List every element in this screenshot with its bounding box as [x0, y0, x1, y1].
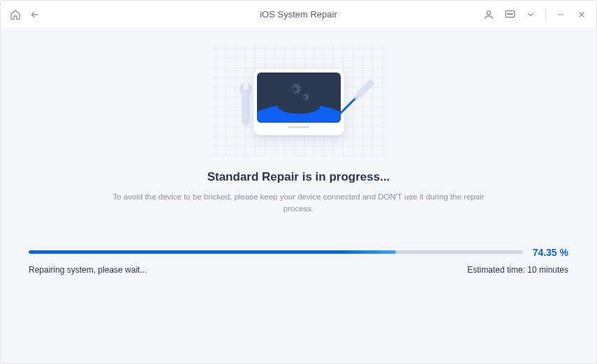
- user-icon[interactable]: [482, 8, 495, 21]
- progress-fill: [29, 250, 396, 254]
- svg-point-4: [511, 13, 512, 14]
- progress-percent: 74.35 %: [533, 247, 568, 258]
- chevron-down-icon[interactable]: [524, 8, 537, 21]
- progress-bar: [29, 250, 523, 254]
- progress-subtext: To avoid the device to be bricked, pleas…: [103, 191, 494, 215]
- main-content: Standard Repair is in progress... To avo…: [1, 29, 596, 363]
- minimize-icon[interactable]: [554, 8, 567, 21]
- device-frame: [253, 69, 344, 135]
- svg-point-3: [509, 13, 510, 14]
- feedback-icon[interactable]: [503, 8, 516, 21]
- gear-icon: [288, 82, 302, 99]
- repair-illustration: [212, 46, 386, 158]
- home-icon[interactable]: [9, 8, 22, 21]
- titlebar: iOS System Repair: [1, 1, 596, 29]
- titlebar-right: [482, 8, 588, 21]
- svg-point-2: [507, 13, 508, 14]
- svg-rect-11: [355, 78, 375, 98]
- status-row: Repairing system, please wait... Estimat…: [29, 265, 568, 275]
- svg-marker-14: [334, 114, 339, 119]
- svg-point-0: [487, 10, 490, 14]
- titlebar-left: [9, 8, 41, 21]
- back-arrow-icon[interactable]: [29, 8, 41, 21]
- progress-row: 74.35 %: [29, 247, 568, 258]
- window-title: iOS System Repair: [260, 9, 337, 20]
- close-icon[interactable]: [575, 8, 588, 21]
- progress-heading: Standard Repair is in progress...: [207, 170, 390, 184]
- status-text: Repairing system, please wait...: [29, 265, 147, 275]
- svg-rect-13: [337, 98, 355, 116]
- svg-rect-9: [244, 81, 248, 89]
- titlebar-divider: [545, 9, 546, 20]
- svg-rect-10: [243, 95, 249, 123]
- device-home-bar: [288, 126, 309, 128]
- estimated-time: Estimated time: 10 minutes: [467, 265, 568, 275]
